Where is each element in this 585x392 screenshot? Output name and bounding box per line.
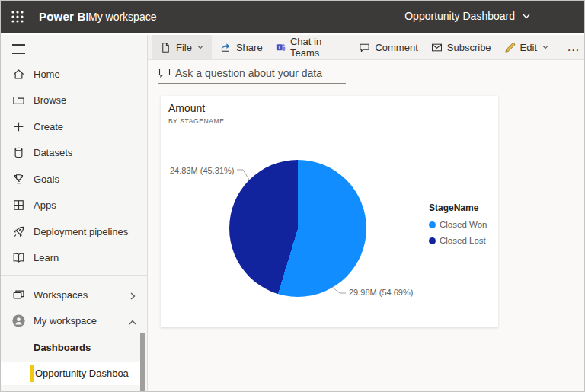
- dashboards-header-label: Dashboards: [34, 342, 91, 353]
- dashboard-toolbar: File Share T Chat in Teams: [148, 35, 585, 60]
- sidebar-item-label: Deployment pipelines: [34, 226, 128, 237]
- sidebar-item-browse[interactable]: Browse: [1, 88, 147, 114]
- powerbi-logo[interactable]: Power BI: [39, 10, 89, 23]
- chevron-down-icon: [197, 42, 204, 53]
- sidebar-item-deployment-pipelines[interactable]: Deployment pipelines: [1, 218, 147, 245]
- file-menu-label: File: [176, 42, 192, 53]
- sidebar-dashboards-header[interactable]: Dashboards: [1, 334, 147, 361]
- apps-grid-icon: [11, 199, 25, 212]
- breadcrumb[interactable]: My workspace: [88, 11, 156, 23]
- file-menu-button[interactable]: File: [152, 35, 212, 59]
- data-label-closed-lost: 24.83M (45.31%): [170, 166, 234, 175]
- chevron-up-icon[interactable]: [128, 317, 137, 326]
- sidebar-workspace-section: Workspaces My workspace: [1, 282, 147, 361]
- dashboard-canvas: Amount BY STAGENAME 24.83M (45.31%) 29.9…: [148, 60, 585, 392]
- sidebar-item-workspaces[interactable]: Workspaces: [1, 282, 147, 308]
- page-title: Opportunity Dashboard: [404, 10, 515, 22]
- share-button[interactable]: Share: [220, 35, 263, 59]
- tile-title: Amount: [168, 102, 205, 114]
- legend-item-closed-lost[interactable]: Closed Lost: [429, 236, 487, 245]
- navigation-sidebar: Home Browse Create Datasets: [1, 35, 148, 392]
- data-label-closed-won: 29.98M (54.69%): [349, 288, 413, 297]
- plus-icon: [11, 120, 25, 133]
- sidebar-nav-list: Home Browse Create Datasets: [1, 61, 147, 271]
- powerbi-window: Power BI My workspace Opportunity Dashbo…: [0, 0, 585, 392]
- sidebar-item-label: Workspaces: [34, 289, 88, 301]
- rocket-icon: [11, 225, 25, 238]
- comment-button[interactable]: Comment: [359, 35, 417, 59]
- pencil-icon: [504, 42, 516, 53]
- edit-button[interactable]: Edit: [504, 35, 549, 59]
- sidebar-divider: [1, 275, 147, 276]
- chat-in-teams-label: Chat in Teams: [290, 36, 346, 59]
- svg-text:T: T: [277, 44, 280, 49]
- sidebar-item-learn[interactable]: Learn: [1, 245, 147, 272]
- edit-label: Edit: [520, 42, 537, 53]
- sidebar-item-datasets[interactable]: Datasets: [1, 140, 147, 167]
- sidebar-item-home[interactable]: Home: [1, 61, 147, 88]
- database-icon: [11, 146, 25, 160]
- sidebar-item-goals[interactable]: Goals: [1, 166, 147, 193]
- amount-by-stagename-tile: Amount BY STAGENAME 24.83M (45.31%) 29.9…: [161, 96, 498, 327]
- share-label: Share: [236, 42, 263, 53]
- comment-icon: [359, 42, 370, 53]
- more-options-button[interactable]: …: [562, 43, 585, 51]
- file-icon: [160, 42, 171, 53]
- sidebar-item-label: My workspace: [34, 315, 97, 327]
- sidebar-item-apps[interactable]: Apps: [1, 193, 147, 219]
- sidebar-item-label: Datasets: [34, 147, 72, 158]
- teams-icon: T: [276, 42, 286, 53]
- sidebar-item-opportunity-dashboard-selected[interactable]: Opportunity Dashboa: [1, 362, 142, 385]
- legend-label: Closed Won: [440, 220, 487, 229]
- sidebar-item-label: Apps: [34, 199, 56, 211]
- legend-title: StageName: [429, 202, 487, 213]
- sidebar-item-label: Create: [34, 121, 63, 132]
- chevron-down-icon: [522, 11, 531, 21]
- sidebar-item-label: Goals: [34, 174, 59, 185]
- chat-in-teams-button[interactable]: T Chat in Teams: [276, 35, 347, 59]
- selection-accent-bar: [30, 365, 34, 382]
- sidebar-item-create[interactable]: Create: [1, 113, 147, 140]
- envelope-icon: [431, 42, 443, 53]
- book-icon: [11, 251, 25, 265]
- speech-bubble-icon: [158, 68, 171, 78]
- chart-legend: StageName Closed Won Closed Lost: [429, 202, 487, 252]
- legend-dot-lost: [429, 237, 436, 244]
- my-workspace-avatar: [11, 314, 25, 328]
- comment-label: Comment: [375, 42, 417, 53]
- qna-box: [158, 67, 346, 84]
- sidebar-item-label: Browse: [34, 94, 66, 106]
- selected-dashboard-label: Opportunity Dashboa: [35, 368, 129, 379]
- tile-subtitle: BY STAGENAME: [168, 117, 225, 125]
- dashboard-title-dropdown[interactable]: Opportunity Dashboard: [404, 10, 531, 22]
- subscribe-button[interactable]: Subscribe: [431, 35, 491, 59]
- share-icon: [220, 42, 232, 53]
- legend-dot-won: [429, 221, 436, 228]
- hamburger-menu-icon[interactable]: [12, 44, 25, 54]
- sidebar-item-label: Home: [34, 69, 60, 80]
- sidebar-item-my-workspace[interactable]: My workspace: [1, 308, 147, 335]
- folder-icon: [11, 94, 25, 107]
- top-app-bar: Power BI My workspace Opportunity Dashbo…: [1, 1, 584, 33]
- trophy-icon: [11, 172, 25, 186]
- legend-label: Closed Lost: [440, 236, 486, 245]
- pie-chart[interactable]: [229, 160, 366, 297]
- workspaces-icon: [11, 288, 25, 301]
- chevron-right-icon[interactable]: [128, 290, 137, 299]
- legend-item-closed-won[interactable]: Closed Won: [429, 220, 487, 229]
- sidebar-scrollbar-thumb[interactable]: [140, 333, 145, 392]
- qna-input[interactable]: [175, 67, 346, 79]
- home-icon: [11, 67, 25, 81]
- chevron-down-icon: [542, 42, 549, 53]
- app-launcher-waffle-icon[interactable]: [11, 10, 24, 24]
- sidebar-item-label: Learn: [34, 252, 59, 263]
- subscribe-label: Subscribe: [447, 42, 491, 53]
